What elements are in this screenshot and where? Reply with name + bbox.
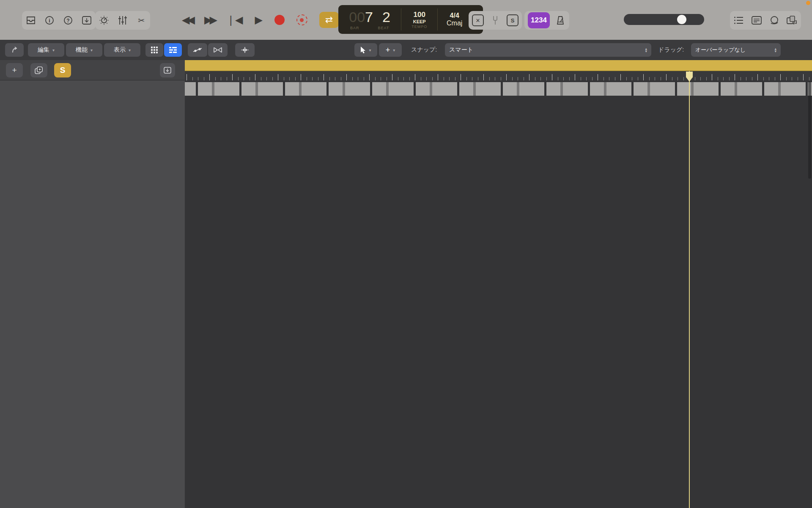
track-list-view-button[interactable]: [164, 43, 182, 57]
lcd-bar-dim: 00: [349, 9, 365, 25]
help-icon[interactable]: ?: [63, 15, 74, 26]
beat-tick-strip[interactable]: [185, 71, 812, 80]
lcd-tempo: 100 KEEP TEMPO: [401, 5, 437, 34]
track-header-toolbar: + S: [0, 60, 185, 80]
arrange-area: [185, 80, 812, 508]
track1-waveform-strip[interactable]: [185, 82, 812, 96]
snap-value: スマート: [449, 46, 473, 54]
rewind-button[interactable]: ◀◀: [182, 15, 192, 25]
tracks-area-menu-bar: 編集▾ 機能▾ 表示▾ ▾ +▾ スナップ: スマート ▴▾ ドラッグ: オーバ…: [0, 40, 812, 60]
secondary-tool-menu[interactable]: +▾: [379, 43, 402, 57]
tools-group: ✂: [95, 11, 150, 30]
functions-menu-label: 機能: [76, 46, 88, 54]
lcd-position: 0072 BARBEAT: [338, 5, 401, 34]
library-group: i ?: [22, 11, 96, 30]
tuning-fork-icon[interactable]: [490, 15, 501, 26]
midi-group: ✕ S: [469, 11, 522, 30]
flex-button[interactable]: [208, 43, 228, 57]
go-to-beginning-button[interactable]: ❘◀: [227, 15, 243, 25]
lcd-beat: 2: [382, 9, 390, 25]
catch-playhead-button[interactable]: [235, 43, 255, 57]
automation-button[interactable]: [188, 43, 207, 57]
drag-dropdown[interactable]: オーバーラップなし ▴▾: [691, 43, 781, 57]
metronome-group: 1234: [524, 11, 569, 30]
view-menu[interactable]: 表示▾: [104, 43, 140, 57]
svg-text:i: i: [49, 18, 50, 24]
playhead-line: [689, 71, 690, 508]
metronome-icon[interactable]: [555, 15, 566, 26]
hide-tracks-area-button[interactable]: [5, 43, 24, 57]
lcd-beat-label: BEAT: [378, 26, 389, 30]
cycle-button[interactable]: ⇄: [319, 12, 339, 28]
quick-help-window-icon[interactable]: [81, 15, 92, 26]
transport-controls: ◀◀ ▶▶ ❘◀ ▶ ⇄: [182, 9, 339, 30]
info-icon[interactable]: i: [44, 15, 55, 26]
forward-button[interactable]: ▶▶: [204, 15, 215, 25]
count-in-button[interactable]: 1234: [528, 12, 550, 28]
edit-menu[interactable]: 編集▾: [28, 43, 64, 57]
lcd-tempo-mode: KEEP: [413, 19, 426, 24]
note-pads-icon[interactable]: [751, 15, 762, 26]
scissors-icon[interactable]: ✂: [136, 15, 147, 26]
mixer-icon[interactable]: [117, 15, 128, 26]
lcd-bar-label: BAR: [350, 26, 359, 30]
solo-mode-toggle[interactable]: S: [54, 63, 71, 77]
lcd-tempo-label: TEMPO: [411, 25, 427, 29]
duplicate-track-button[interactable]: [30, 63, 47, 77]
lcd-time-signature: 4/4: [450, 12, 459, 19]
logic-pro-window: i ? ✂ ◀◀ ▶▶ ❘◀ ▶ ⇄ 0072 BARB: [0, 0, 812, 508]
lcd-signature: 4/4 Cmaj: [438, 5, 471, 34]
tuner-dial-icon[interactable]: [99, 15, 110, 26]
capture-recording-button[interactable]: [296, 14, 307, 25]
lcd-bar: 7: [365, 9, 373, 25]
master-volume-slider[interactable]: [624, 14, 704, 25]
drag-value: オーバーラップなし: [695, 46, 746, 54]
grid-view-button[interactable]: [145, 43, 163, 57]
play-button[interactable]: ▶: [255, 15, 262, 25]
record-button[interactable]: [274, 15, 285, 25]
notification-dot: [806, 1, 810, 5]
bar-ruler-cycle-band[interactable]: [185, 60, 812, 71]
media-browser-icon[interactable]: [787, 15, 798, 26]
apple-loops-icon[interactable]: [769, 15, 780, 26]
drag-label: ドラッグ:: [658, 46, 684, 54]
midi-panic-icon[interactable]: ✕: [472, 14, 484, 26]
snap-label: スナップ:: [411, 46, 437, 54]
snap-dropdown[interactable]: スマート ▴▾: [445, 43, 651, 57]
add-track-button[interactable]: +: [6, 63, 23, 77]
main-toolbar: i ? ✂ ◀◀ ▶▶ ❘◀ ▶ ⇄ 0072 BARB: [0, 0, 812, 40]
svg-text:?: ?: [66, 18, 69, 24]
inbox-icon[interactable]: [25, 15, 36, 26]
solo-mode-icon[interactable]: S: [507, 14, 518, 26]
vertical-scrollbar[interactable]: [808, 81, 811, 179]
lcd-tempo-value: 100: [414, 11, 425, 19]
track-header-list: [0, 80, 185, 508]
lcd-key: Cmaj: [447, 19, 462, 27]
view-menu-label: 表示: [114, 46, 126, 54]
pointer-tool-menu[interactable]: ▾: [354, 43, 377, 57]
view-toggles-group: [730, 11, 801, 30]
functions-menu[interactable]: 機能▾: [66, 43, 102, 57]
hide-tracks-button[interactable]: [160, 63, 175, 77]
edit-menu-label: 編集: [38, 46, 49, 54]
lcd-display[interactable]: 0072 BARBEAT 100 KEEP TEMPO 4/4 Cmaj ⌄: [338, 5, 483, 34]
list-editors-icon[interactable]: [733, 15, 744, 26]
